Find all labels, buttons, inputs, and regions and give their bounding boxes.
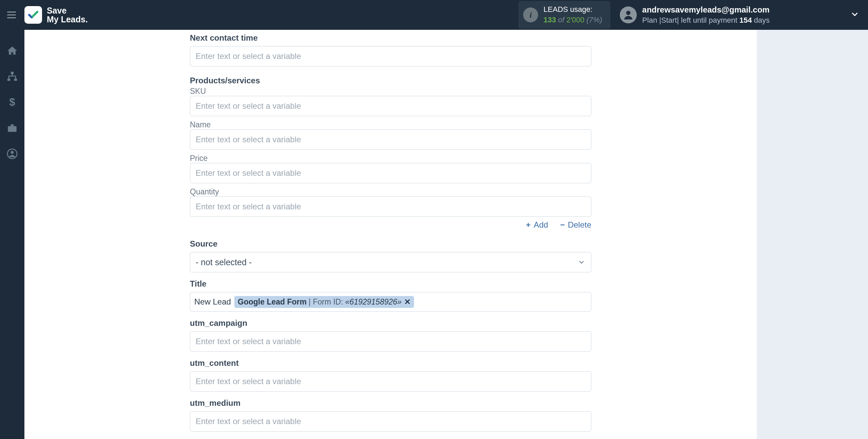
usage-text: LEADS usage: 133 of 2'000 (7%)	[544, 4, 602, 25]
usage-of: of	[556, 16, 567, 24]
form-card: Next contact time Products/services SKU …	[24, 30, 757, 439]
select-source[interactable]: - not selected -	[190, 252, 591, 272]
label-name: Name	[190, 120, 211, 129]
usage-values: 133 of 2'000 (7%)	[544, 15, 602, 25]
delete-label: Delete	[568, 220, 591, 230]
dollar-icon: $	[6, 97, 18, 108]
chip-source: Google Lead Form	[238, 297, 307, 307]
svg-point-3	[626, 11, 631, 15]
svg-rect-8	[8, 126, 17, 132]
title-leading-text: New Lead	[194, 297, 231, 307]
input-next-contact-time[interactable]	[190, 46, 591, 66]
chevron-down-icon	[850, 9, 860, 19]
input-sku[interactable]	[190, 96, 591, 116]
usage-used: 133	[544, 16, 556, 24]
user-circle-icon	[6, 148, 18, 160]
label-utm-campaign: utm_campaign	[190, 318, 591, 328]
usage-label: LEADS usage:	[544, 4, 602, 15]
avatar	[620, 6, 637, 23]
user-icon	[622, 9, 634, 21]
menu-toggle-button[interactable]	[0, 0, 23, 30]
usage-percent: (7%)	[585, 16, 603, 24]
logo-text: Save My Leads.	[47, 6, 88, 24]
account-text: andrewsavemyleads@gmail.com Plan |Start|…	[642, 4, 770, 25]
section-products-services: Products/services	[190, 76, 591, 85]
title-variable-chip: Google Lead Form | Form ID: «61929158926…	[234, 296, 414, 308]
input-price[interactable]	[190, 163, 591, 183]
source-selected-value: - not selected -	[196, 257, 252, 267]
chip-remove-button[interactable]: ✕	[404, 297, 411, 307]
label-price: Price	[190, 154, 208, 163]
app-logo[interactable]: Save My Leads.	[24, 6, 88, 24]
label-utm-medium: utm_medium	[190, 398, 591, 408]
svg-rect-6	[14, 79, 17, 81]
app-header: Save My Leads. i LEADS usage: 133 of 2'0…	[0, 0, 868, 30]
label-quantity: Quantity	[190, 187, 219, 196]
field-next-contact-time: Next contact time	[190, 33, 591, 66]
input-utm-medium[interactable]	[190, 411, 591, 432]
sidebar-item-briefcase[interactable]	[5, 121, 19, 135]
delete-product-button[interactable]: Delete	[559, 220, 591, 230]
sidebar-item-home[interactable]	[5, 44, 19, 58]
account-menu[interactable]: andrewsavemyleads@gmail.com Plan |Start|…	[620, 4, 860, 25]
sidebar-item-billing[interactable]: $	[5, 96, 19, 109]
field-quantity: Quantity	[190, 187, 591, 217]
sidebar-nav: $	[0, 30, 24, 439]
add-product-button[interactable]: Add	[525, 220, 548, 230]
briefcase-icon	[6, 122, 18, 134]
input-utm-content[interactable]	[190, 371, 591, 392]
input-utm-campaign[interactable]	[190, 331, 591, 352]
account-dropdown-toggle[interactable]	[775, 9, 860, 21]
home-icon	[6, 45, 18, 57]
field-utm-content: utm_content	[190, 358, 591, 392]
label-title: Title	[190, 279, 591, 289]
field-utm-campaign: utm_campaign	[190, 318, 591, 352]
account-plan: Plan |Start| left until payment 154 days	[642, 15, 770, 25]
svg-text:$: $	[9, 97, 15, 108]
add-label: Add	[534, 220, 548, 230]
sitemap-icon	[6, 71, 18, 82]
logo-line2: My Leads.	[47, 15, 88, 24]
plan-days-num: 154	[739, 16, 752, 24]
svg-rect-4	[11, 72, 14, 74]
label-next-contact-time: Next contact time	[190, 33, 591, 43]
sidebar-item-connections[interactable]	[5, 70, 19, 83]
sidebar-item-profile[interactable]	[5, 147, 19, 161]
account-email: andrewsavemyleads@gmail.com	[642, 4, 770, 15]
field-source: Source - not selected -	[190, 239, 591, 272]
chevron-down-icon	[577, 258, 586, 266]
svg-point-10	[11, 151, 14, 154]
field-name: Name	[190, 120, 591, 150]
field-utm-medium: utm_medium	[190, 398, 591, 432]
usage-total: 2'000	[566, 16, 584, 24]
hamburger-icon	[6, 9, 17, 21]
leads-usage-badge[interactable]: i LEADS usage: 133 of 2'000 (7%)	[518, 1, 610, 29]
input-title[interactable]: New Lead Google Lead Form | Form ID: «61…	[190, 292, 591, 312]
logo-line1: Save	[47, 6, 88, 15]
plan-prefix: Plan |Start| left until payment	[642, 16, 739, 24]
logo-mark	[24, 6, 42, 24]
field-sku: SKU	[190, 87, 591, 116]
checkmark-icon	[27, 9, 39, 21]
label-utm-content: utm_content	[190, 358, 591, 368]
main-content: Next contact time Products/services SKU …	[24, 30, 868, 439]
label-source: Source	[190, 239, 591, 249]
input-name[interactable]	[190, 129, 591, 150]
label-sku: SKU	[190, 87, 206, 96]
product-row-actions: Add Delete	[190, 220, 591, 230]
field-price: Price	[190, 154, 591, 183]
plan-days-suffix: days	[752, 16, 770, 24]
field-title: Title New Lead Google Lead Form | Form I…	[190, 279, 591, 312]
info-icon: i	[523, 7, 538, 22]
chip-form-id: «61929158926»	[345, 297, 401, 307]
input-quantity[interactable]	[190, 196, 591, 217]
minus-icon	[559, 222, 566, 228]
svg-rect-5	[7, 79, 10, 81]
chip-sep: | Form ID:	[309, 297, 343, 307]
plus-icon	[525, 222, 532, 228]
